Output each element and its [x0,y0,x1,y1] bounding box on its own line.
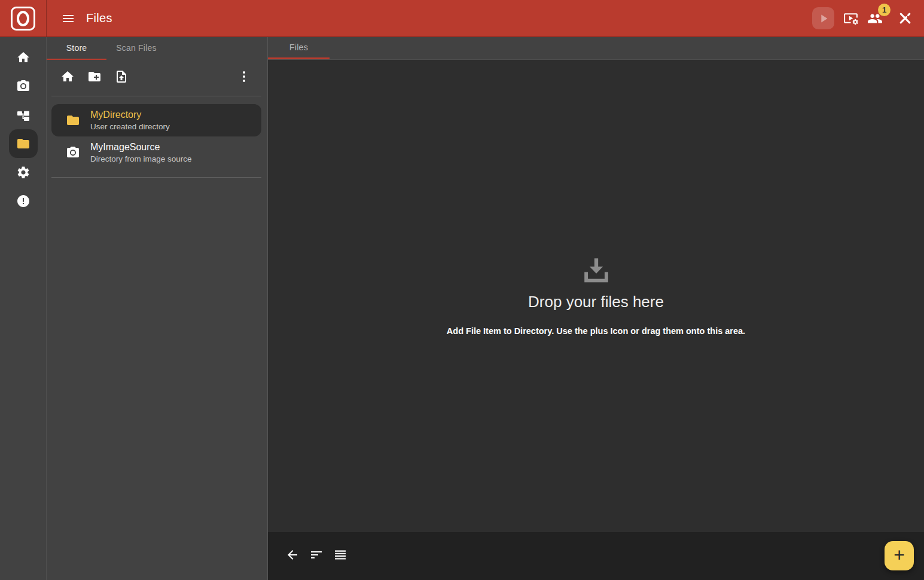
upload-file-icon [114,69,129,84]
list-icon [333,548,347,562]
play-icon [817,12,830,25]
camera-icon [16,79,31,93]
back-arrow-icon [285,548,300,562]
rail-item-camera[interactable] [9,72,38,101]
settings-gear-icon [16,165,31,180]
rail-item-flows[interactable] [9,101,38,129]
home-icon [60,69,75,84]
item-subtitle: Directory from image source [90,154,192,163]
rail-item-errors[interactable] [9,187,38,215]
sort-button[interactable] [309,548,324,564]
plus-icon: + [893,545,905,564]
users-badge: 1 [878,4,891,16]
create-folder-button[interactable] [87,69,102,86]
folder-icon [66,113,80,127]
error-icon [16,194,31,208]
rail-item-files[interactable] [9,129,38,158]
o-logo-icon [11,7,35,31]
dropzone-title: Drop your files here [528,293,664,311]
panel-more-button[interactable] [237,69,251,86]
download-icon [580,257,612,287]
hamburger-icon [61,11,75,26]
menu-button[interactable] [61,11,75,26]
run-button[interactable] [812,7,834,29]
item-subtitle: User created directory [90,122,170,131]
item-title: MyImageSource [90,142,192,153]
close-tools-button[interactable] [898,11,913,26]
sort-icon [309,548,324,562]
directory-panel: Store Scan Files MyDirectory User create… [47,37,268,580]
list-item-mydirectory[interactable]: MyDirectory User created directory [51,104,261,136]
flows-icon [16,108,31,122]
left-rail [0,37,47,580]
panel-tab-bar: Store Scan Files [47,37,267,60]
rail-item-home[interactable] [9,43,38,72]
home-directory-button[interactable] [60,69,75,86]
tab-store[interactable]: Store [47,37,106,60]
list-item-myimagesource[interactable]: MyImageSource Directory from image sourc… [51,136,261,169]
home-icon [16,50,31,65]
dropzone-subtitle: Add File Item to Directory. Use the plus… [447,326,745,336]
folder-icon [16,136,31,151]
directory-list: MyDirectory User created directory MyIma… [47,96,267,178]
add-file-fab[interactable]: + [885,541,914,570]
more-vert-icon [237,69,251,84]
app-logo[interactable] [0,0,47,37]
video-settings-icon [843,11,858,26]
item-title: MyDirectory [90,110,170,120]
back-button[interactable] [285,548,300,564]
rail-item-settings[interactable] [9,158,38,187]
page-title: Files [86,11,112,25]
panel-toolbar [47,60,267,96]
list-divider [51,177,261,178]
header-actions: 1 [812,7,924,29]
main-tab-bar: Files [268,37,924,60]
list-view-button[interactable] [333,548,347,564]
tab-scan-files[interactable]: Scan Files [106,37,166,60]
upload-file-button[interactable] [114,69,129,86]
file-dropzone[interactable]: Drop your files here Add File Item to Di… [268,60,924,532]
video-settings-button[interactable] [843,11,858,26]
tab-files[interactable]: Files [268,37,330,59]
users-button[interactable]: 1 [867,11,883,26]
bottom-toolbar [268,532,924,580]
app-header: Files 1 [0,0,924,37]
camera-icon [66,145,80,160]
create-folder-icon [87,69,102,84]
main-area: Files Drop your files here Add File Item… [268,37,924,580]
close-tools-icon [898,11,913,26]
